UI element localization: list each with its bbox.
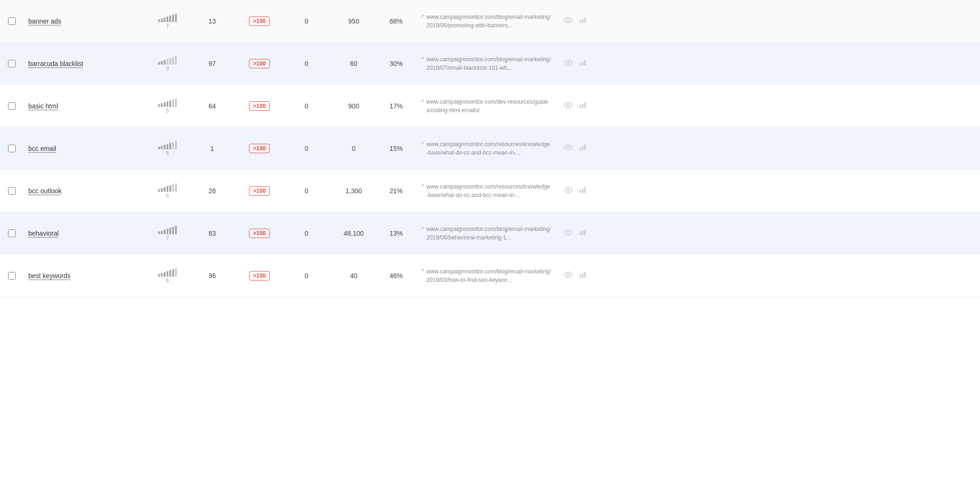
kd-badge: >100 (249, 16, 269, 26)
row-checkbox-cell (0, 170, 24, 212)
row-checkbox[interactable] (8, 230, 16, 237)
eye-icon[interactable] (564, 144, 573, 153)
difficulty-bar (172, 227, 174, 234)
difficulty-bar (161, 230, 163, 234)
difficulty-number: 5 (166, 193, 169, 198)
difficulty-bar (169, 270, 171, 277)
svg-point-24 (567, 273, 570, 276)
difficulty-bar (161, 103, 163, 107)
url-text[interactable]: www.campaignmonitor.com/blog/email-marke… (426, 225, 552, 242)
chart-icon[interactable] (579, 272, 587, 280)
eye-icon[interactable] (564, 229, 573, 238)
difficulty-cell: 3 (146, 42, 189, 84)
external-link-icon[interactable]: ↗ (420, 55, 424, 62)
kd-cell: >100 (236, 255, 283, 296)
svg-rect-6 (582, 61, 583, 66)
svg-rect-5 (580, 63, 581, 66)
row-checkbox[interactable] (8, 272, 16, 280)
row-checkbox[interactable] (8, 187, 16, 195)
difficulty-bar (158, 62, 160, 65)
url-text[interactable]: www.campaignmonitor.com/resources/knowle… (426, 182, 552, 199)
difficulty-number: 5 (166, 150, 169, 156)
difficulty-number: 7 (166, 23, 169, 29)
difficulty-bar (172, 142, 174, 149)
url-text[interactable]: www.campaignmonitor.com/blog/email-marke… (426, 13, 552, 30)
cpc-cell: 0 (283, 127, 330, 169)
difficulty-bar (169, 58, 171, 65)
url-text[interactable]: www.campaignmonitor.com/resources/knowle… (426, 140, 552, 157)
volume-cell: 64 (189, 85, 236, 127)
row-checkbox[interactable] (8, 102, 16, 110)
svg-point-8 (567, 104, 570, 106)
external-link-icon[interactable]: ↗ (420, 267, 424, 274)
cpc-cell: 0 (283, 170, 330, 212)
external-link-icon[interactable]: ↗ (420, 98, 424, 104)
eye-icon[interactable] (564, 17, 573, 25)
chart-icon[interactable] (579, 17, 587, 25)
external-link-icon[interactable]: ↗ (420, 140, 424, 147)
traffic-cell: 0 (330, 127, 377, 169)
svg-rect-27 (584, 272, 586, 278)
keyword-label[interactable]: bcc outlook (28, 187, 62, 195)
actions-cell (556, 85, 594, 127)
url-cell: ↗www.campaignmonitor.com/blog/email-mark… (415, 255, 556, 296)
difficulty-bar (158, 147, 160, 149)
serp-cell: 68% (377, 0, 415, 42)
chart-icon[interactable] (579, 144, 587, 153)
difficulty-bar (164, 102, 166, 107)
actions-cell (556, 0, 594, 42)
eye-icon[interactable] (564, 102, 573, 110)
svg-point-20 (567, 231, 570, 233)
external-link-icon[interactable]: ↗ (420, 13, 424, 19)
serp-cell: 17% (377, 85, 415, 127)
kd-cell: >100 (236, 127, 283, 169)
external-link-icon[interactable]: ↗ (420, 225, 424, 231)
traffic-value: 40 (350, 272, 357, 280)
keyword-label[interactable]: barracuda blacklist (28, 60, 83, 67)
url-row: ↗www.campaignmonitor.com/resources/knowl… (420, 140, 552, 157)
difficulty-bar (166, 16, 168, 22)
cpc-cell: 0 (283, 0, 330, 42)
external-link-icon[interactable]: ↗ (420, 182, 424, 189)
keyword-label[interactable]: bcc email (28, 145, 56, 152)
svg-rect-17 (580, 190, 581, 193)
difficulty-bar (169, 143, 171, 149)
chart-icon[interactable] (579, 102, 587, 110)
url-text[interactable]: www.campaignmonitor.com/dev-resources/gu… (426, 98, 552, 115)
difficulty-bar (175, 141, 177, 149)
chart-icon[interactable] (579, 59, 587, 68)
difficulty-bar (166, 59, 168, 65)
eye-icon[interactable] (564, 272, 573, 280)
volume-cell: 83 (189, 212, 236, 254)
keyword-cell: behavioral (24, 212, 146, 254)
keyword-label[interactable]: behavioral (28, 230, 59, 237)
row-checkbox[interactable] (8, 145, 16, 152)
difficulty-bar (166, 186, 168, 192)
table-row: behavioral783>100048,10013%↗www.campaign… (0, 212, 980, 255)
traffic-value: 900 (348, 102, 359, 110)
keyword-label[interactable]: best keywords (28, 272, 70, 280)
chart-icon[interactable] (579, 187, 587, 195)
traffic-cell: 40 (330, 255, 377, 296)
keyword-label[interactable]: banner ads (28, 17, 61, 25)
url-text[interactable]: www.campaignmonitor.com/blog/email-marke… (426, 55, 552, 72)
svg-point-4 (567, 61, 570, 64)
traffic-cell: 60 (330, 42, 377, 84)
difficulty-bar (164, 187, 166, 192)
difficulty-bar (175, 183, 177, 192)
cpc-value: 0 (305, 272, 308, 280)
row-checkbox-cell (0, 127, 24, 169)
eye-icon[interactable] (564, 187, 573, 195)
svg-rect-26 (582, 273, 583, 278)
keyword-label[interactable]: basic html (28, 102, 58, 110)
table-row: bcc outlook526>10001,30021%↗www.campaign… (0, 170, 980, 212)
chart-icon[interactable] (579, 229, 587, 238)
difficulty-cell: 5 (146, 170, 189, 212)
url-text[interactable]: www.campaignmonitor.com/blog/email-marke… (426, 267, 552, 284)
row-checkbox[interactable] (8, 60, 16, 67)
svg-rect-10 (582, 104, 583, 108)
difficulty-bar (164, 60, 166, 65)
row-checkbox[interactable] (8, 17, 16, 25)
url-row: ↗www.campaignmonitor.com/blog/email-mark… (420, 13, 552, 30)
eye-icon[interactable] (564, 59, 573, 68)
